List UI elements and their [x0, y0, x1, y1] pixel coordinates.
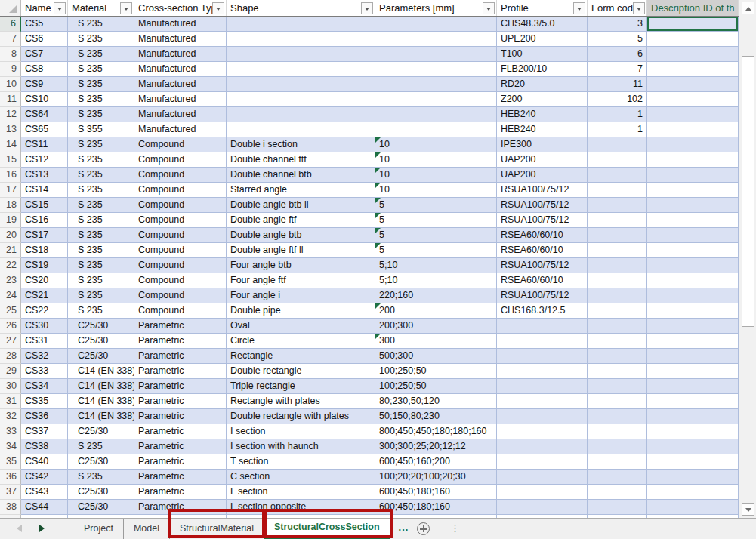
cell-profile[interactable]: RSEA60/60/10 — [497, 243, 588, 258]
row-header[interactable]: 31 — [0, 394, 21, 409]
cell-profile[interactable] — [497, 470, 588, 485]
cell-form-code[interactable] — [588, 379, 647, 394]
cell-description-id[interactable] — [647, 485, 739, 500]
cell-cross-section-type[interactable]: Manufactured — [134, 77, 227, 92]
cell-description-id[interactable] — [647, 454, 739, 470]
cell-material[interactable]: S 235 — [68, 228, 134, 243]
row-header[interactable]: 6 — [0, 17, 21, 32]
cell-material[interactable]: C25/30 — [68, 424, 134, 439]
cell-profile[interactable] — [497, 394, 588, 409]
cell-shape[interactable]: Double pipe — [227, 303, 375, 319]
row-header[interactable]: 32 — [0, 409, 21, 424]
row-header[interactable]: 37 — [0, 485, 21, 500]
cell-parameters[interactable]: 300;300;25;20;12;12 — [375, 439, 497, 454]
cell-cross-section-type[interactable]: Compound — [134, 273, 227, 288]
cell-parameters[interactable] — [375, 17, 497, 32]
cell-description-id[interactable] — [647, 258, 739, 273]
cell-parameters[interactable]: 220;160 — [375, 288, 497, 303]
row-header[interactable]: 7 — [0, 32, 21, 47]
cell-material[interactable]: S 235 — [68, 213, 134, 228]
cell-shape[interactable] — [227, 17, 375, 32]
cell-shape[interactable]: Rectangle — [227, 349, 375, 364]
cell-description-id[interactable] — [647, 137, 739, 152]
cell-cross-section-type[interactable]: Compound — [134, 152, 227, 168]
cell-name[interactable]: CS9 — [21, 77, 68, 92]
cell-parameters[interactable]: 80;230;50;120 — [375, 394, 497, 409]
cell-shape[interactable]: L section — [227, 485, 375, 500]
row-header[interactable]: 21 — [0, 243, 21, 258]
row-header[interactable]: 28 — [0, 349, 21, 364]
cell-parameters[interactable]: 10 — [375, 183, 497, 198]
cell-profile[interactable] — [497, 334, 588, 349]
cell-name[interactable]: CS33 — [21, 364, 68, 379]
row-header[interactable]: 10 — [0, 77, 21, 92]
cell-name[interactable]: CS37 — [21, 424, 68, 439]
cell-material[interactable]: S 235 — [68, 439, 134, 454]
cell-material[interactable]: S 235 — [68, 470, 134, 485]
cell-name[interactable]: CS64 — [21, 107, 68, 122]
row-header[interactable]: 9 — [0, 62, 21, 77]
cell-profile[interactable]: UAP200 — [497, 168, 588, 183]
cell-material[interactable]: C14 (EN 338) — [68, 364, 134, 379]
cell-profile[interactable]: RSEA60/60/10 — [497, 273, 588, 288]
cell-cross-section-type[interactable]: Manufactured — [134, 62, 227, 77]
cell-material[interactable]: S 235 — [68, 243, 134, 258]
cell-material[interactable]: S 235 — [68, 17, 134, 32]
sheet-tab-model[interactable]: Model — [124, 519, 170, 539]
cell-profile[interactable]: IPE300 — [497, 137, 588, 152]
cell-name[interactable]: CS14 — [21, 183, 68, 198]
cell-description-id[interactable] — [647, 228, 739, 243]
add-sheet-button[interactable] — [417, 522, 430, 535]
cell-cross-section-type[interactable]: Compound — [134, 137, 227, 152]
cell-form-code[interactable]: 102 — [588, 92, 647, 107]
cell-shape[interactable]: Double rectangle with plates — [227, 409, 375, 424]
cell-parameters[interactable]: 300 — [375, 334, 497, 349]
cell-material[interactable]: S 235 — [68, 152, 134, 168]
cell-material[interactable]: S 235 — [68, 32, 134, 47]
cell-parameters[interactable]: 5 — [375, 243, 497, 258]
cell-profile[interactable] — [497, 409, 588, 424]
cell-description-id[interactable] — [647, 409, 739, 424]
cell-shape[interactable]: Double angle btb ll — [227, 198, 375, 213]
row-header[interactable]: 11 — [0, 92, 21, 107]
row-header[interactable]: 26 — [0, 319, 21, 334]
cell-cross-section-type[interactable]: Compound — [134, 288, 227, 303]
cell-name[interactable]: CS18 — [21, 243, 68, 258]
cell-profile[interactable]: UAP200 — [497, 152, 588, 168]
cell-description-id[interactable] — [647, 303, 739, 319]
cell-parameters[interactable] — [375, 92, 497, 107]
cell-description-id[interactable] — [647, 168, 739, 183]
cell-description-id[interactable] — [647, 183, 739, 198]
cell-shape[interactable] — [227, 122, 375, 137]
cell-material[interactable]: S 235 — [68, 198, 134, 213]
cell-shape[interactable]: Double angle ftf ll — [227, 243, 375, 258]
cell-form-code[interactable] — [588, 424, 647, 439]
cell-form-code[interactable] — [588, 273, 647, 288]
cell-parameters[interactable]: 200 — [375, 303, 497, 319]
cell-material[interactable]: S 235 — [68, 107, 134, 122]
cell-name[interactable]: CS21 — [21, 288, 68, 303]
cell-profile[interactable]: RSEA60/60/10 — [497, 228, 588, 243]
row-header[interactable]: 24 — [0, 288, 21, 303]
cell-cross-section-type[interactable]: Manufactured — [134, 107, 227, 122]
cell-form-code[interactable] — [588, 349, 647, 364]
cell-name[interactable]: CS65 — [21, 122, 68, 137]
cell-description-id[interactable] — [647, 394, 739, 409]
cell-cross-section-type[interactable]: Compound — [134, 198, 227, 213]
cell-profile[interactable] — [497, 454, 588, 470]
cell-parameters[interactable]: 800;450;450;180;180;160 — [375, 424, 497, 439]
cell-parameters[interactable] — [375, 122, 497, 137]
cell-form-code[interactable] — [588, 394, 647, 409]
cell-shape[interactable]: Starred angle — [227, 183, 375, 198]
cell-name[interactable]: CS6 — [21, 32, 68, 47]
scroll-down-button[interactable] — [742, 503, 754, 516]
cell-form-code[interactable] — [588, 409, 647, 424]
cell-description-id[interactable] — [647, 273, 739, 288]
cell-parameters[interactable]: 5 — [375, 228, 497, 243]
cell-name[interactable]: CS8 — [21, 62, 68, 77]
cell-cross-section-type[interactable]: Parametric — [134, 349, 227, 364]
cell-cross-section-type[interactable]: Compound — [134, 213, 227, 228]
cell-material[interactable]: S 235 — [68, 47, 134, 62]
cell-form-code[interactable] — [588, 334, 647, 349]
cell-description-id[interactable] — [647, 364, 739, 379]
